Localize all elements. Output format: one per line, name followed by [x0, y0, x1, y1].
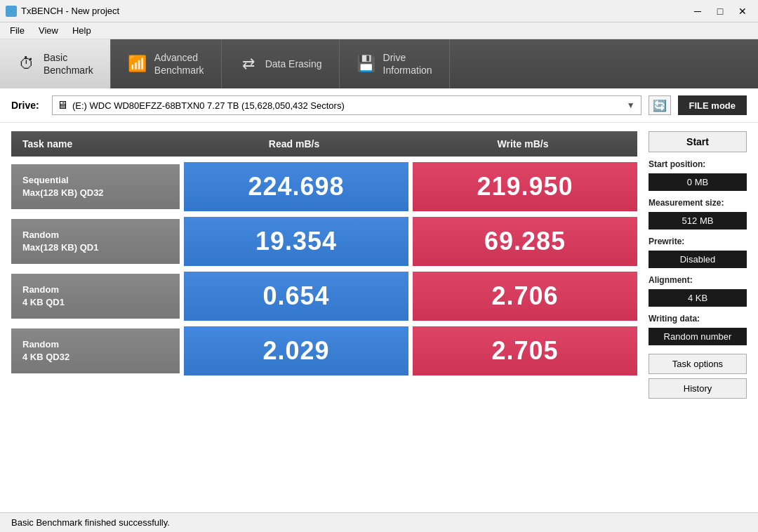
alignment-value: 4 KB [649, 289, 747, 307]
alignment-label: Alignment: [649, 275, 747, 285]
tab-basic-benchmark[interactable]: ⏱ BasicBenchmark [0, 39, 111, 88]
tab-advanced-benchmark[interactable]: 📶 AdvancedBenchmark [111, 39, 222, 88]
read-value-4: 2.029 [184, 326, 408, 375]
start-button[interactable]: Start [649, 131, 747, 152]
right-panel: Start Start position: 0 MB Measurement s… [649, 131, 747, 504]
read-value-3: 0.654 [184, 272, 408, 321]
menu-help[interactable]: Help [65, 24, 98, 37]
read-value-2: 19.354 [184, 217, 408, 266]
tab-drive-information[interactable]: 💾 DriveInformation [340, 39, 450, 88]
writing-data-label: Writing data: [649, 314, 747, 324]
history-button[interactable]: History [649, 378, 747, 399]
table-row: SequentialMax(128 KB) QD32 224.698 219.9… [11, 162, 637, 211]
minimize-button[interactable]: ─ [688, 4, 707, 18]
write-value-1: 219.950 [413, 162, 637, 211]
tab-data-erasing[interactable]: ⇄ Data Erasing [222, 39, 340, 88]
menu-view[interactable]: View [32, 24, 65, 37]
row-label-4: Random4 KB QD32 [11, 328, 180, 373]
toolbar: ⏱ BasicBenchmark 📶 AdvancedBenchmark ⇄ D… [0, 39, 758, 88]
title-bar: TxBENCH - New project ─ □ ✕ [0, 0, 758, 22]
write-value-4: 2.705 [413, 326, 637, 375]
drive-dropdown-arrow: ▼ [621, 100, 641, 110]
restore-button[interactable]: □ [710, 4, 730, 18]
drive-select-icon: 🖥 [53, 99, 72, 112]
menu-file[interactable]: File [3, 24, 32, 37]
measurement-size-value: 512 MB [649, 212, 747, 230]
drive-information-label: DriveInformation [383, 51, 432, 77]
data-erasing-label: Data Erasing [265, 58, 322, 70]
benchmark-table: Task name Read mB/s Write mB/s Sequentia… [11, 131, 637, 504]
drive-select-text: (E:) WDC WD80EFZZ-68BTXN0 7.27 TB (15,62… [72, 100, 621, 111]
drive-information-icon: 💾 [357, 55, 376, 73]
read-value-1: 224.698 [184, 162, 408, 211]
app-icon [6, 6, 17, 17]
task-options-button[interactable]: Task options [649, 354, 747, 374]
write-value-3: 2.706 [413, 272, 637, 321]
row-label-2: RandomMax(128 KB) QD1 [11, 219, 180, 264]
drive-label: Drive: [11, 100, 45, 111]
writing-data-value: Random number [649, 328, 747, 345]
header-write: Write mB/s [408, 131, 637, 157]
drive-select[interactable]: 🖥 (E:) WDC WD80EFZZ-68BTXN0 7.27 TB (15,… [52, 95, 641, 115]
window-title: TxBENCH - New project [21, 6, 119, 16]
menu-bar: File View Help [0, 22, 758, 39]
header-read: Read mB/s [180, 131, 408, 157]
write-value-2: 69.285 [413, 217, 637, 266]
table-row: RandomMax(128 KB) QD1 19.354 69.285 [11, 217, 637, 266]
drive-refresh-button[interactable]: 🔄 [649, 95, 671, 115]
status-message: Basic Benchmark finished successfully. [11, 517, 170, 528]
table-row: Random4 KB QD32 2.029 2.705 [11, 326, 637, 375]
row-label-1: SequentialMax(128 KB) QD32 [11, 164, 180, 209]
header-task-name: Task name [11, 131, 180, 157]
status-bar: Basic Benchmark finished successfully. [0, 512, 758, 532]
start-position-value: 0 MB [649, 173, 747, 191]
prewrite-value: Disabled [649, 251, 747, 268]
prewrite-label: Prewrite: [649, 237, 747, 246]
file-mode-button[interactable]: FILE mode [678, 95, 747, 115]
measurement-size-label: Measurement size: [649, 198, 747, 208]
title-bar-left: TxBENCH - New project [6, 6, 119, 17]
basic-benchmark-label: BasicBenchmark [44, 51, 93, 77]
title-bar-controls: ─ □ ✕ [688, 4, 752, 18]
content-area: Task name Read mB/s Write mB/s Sequentia… [0, 123, 758, 512]
table-row: Random4 KB QD1 0.654 2.706 [11, 272, 637, 321]
basic-benchmark-icon: ⏱ [17, 55, 36, 73]
data-erasing-icon: ⇄ [239, 55, 258, 73]
advanced-benchmark-icon: 📶 [128, 55, 147, 73]
close-button[interactable]: ✕ [733, 4, 752, 18]
start-position-label: Start position: [649, 159, 747, 169]
table-header: Task name Read mB/s Write mB/s [11, 131, 637, 157]
row-label-3: Random4 KB QD1 [11, 274, 180, 319]
main-content: Drive: 🖥 (E:) WDC WD80EFZZ-68BTXN0 7.27 … [0, 88, 758, 512]
advanced-benchmark-label: AdvancedBenchmark [154, 51, 204, 77]
drive-bar: Drive: 🖥 (E:) WDC WD80EFZZ-68BTXN0 7.27 … [0, 88, 758, 123]
